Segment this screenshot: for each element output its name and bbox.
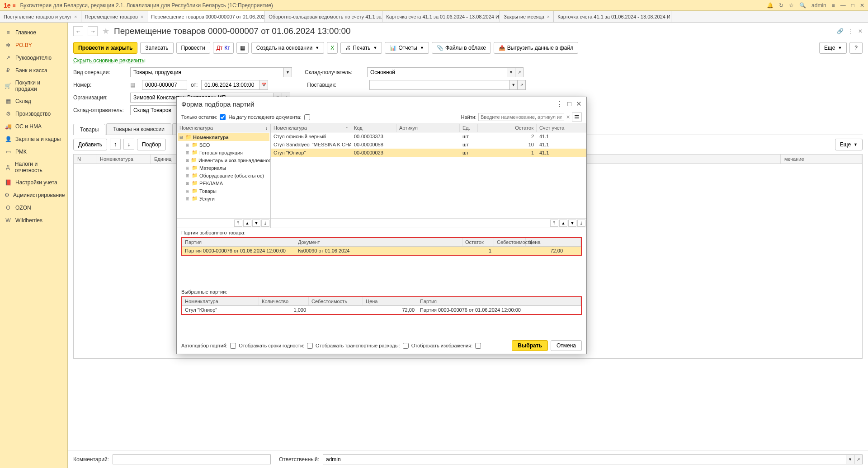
hide-details-link[interactable]: Скрыть основные реквизиты — [68, 56, 868, 66]
move-up-icon[interactable]: ↑ — [110, 139, 121, 150]
selected-row[interactable]: Стул "Юниор" 1,000 72,00 Партия 0000-000… — [182, 306, 581, 314]
tab[interactable]: Перемещение товаров× — [81, 11, 148, 22]
sort-icon[interactable]: ↓ — [265, 125, 268, 131]
close-tab-icon[interactable]: × — [74, 14, 77, 19]
sidebar-item[interactable]: ДНалоги и отчетность — [0, 158, 67, 176]
date-field[interactable] — [201, 80, 260, 90]
sidebar-item[interactable]: ₽Банк и касса — [0, 64, 67, 77]
only-balance-checkbox[interactable] — [220, 114, 226, 120]
expand-icon[interactable]: ⊞ — [186, 166, 190, 170]
pick-button[interactable]: Подбор — [137, 139, 166, 150]
expand-icon[interactable]: ⊞ — [186, 143, 190, 147]
maximize-icon[interactable]: □ — [851, 2, 854, 9]
sidebar-item[interactable]: ↗Руководителю — [0, 51, 67, 64]
sidebar-item[interactable]: 🚚ОС и НМА — [0, 120, 67, 133]
shelf-checkbox[interactable] — [307, 343, 313, 349]
menu-icon[interactable]: ≡ — [13, 2, 16, 9]
sidebar-item[interactable]: 📕Настройки учета — [0, 176, 67, 189]
list-row[interactable]: Стул Sandalyeci "MESSINA K CHAIR"00-0000… — [271, 140, 586, 149]
tab[interactable]: Оборотно-сальдовая ведомость по счету 41… — [265, 11, 382, 22]
modal-maximize-icon[interactable]: □ — [567, 100, 571, 108]
list-col-unit[interactable]: Ед. — [460, 124, 478, 132]
list-top-icon[interactable]: ⤒ — [550, 220, 558, 227]
expand-icon[interactable]: ⊞ — [186, 197, 190, 201]
cancel-button[interactable]: Отмена — [551, 340, 582, 351]
tree-up-icon[interactable]: ▲ — [243, 220, 251, 227]
close-tab-icon[interactable]: × — [141, 14, 143, 19]
expand-icon[interactable]: ⊟ — [179, 135, 184, 140]
sidebar-item[interactable]: ⚙Администрирование — [0, 189, 67, 201]
list-col-code[interactable]: Код — [351, 124, 396, 132]
list-up-icon[interactable]: ▲ — [559, 220, 567, 227]
list-row[interactable]: Стул "Юниор"00-00000023шт141.1 — [271, 149, 586, 157]
expand-icon[interactable]: ⊞ — [186, 150, 190, 155]
batch-row[interactable]: Партия 0000-000076 от 01.06.2024 12:00:0… — [182, 247, 581, 255]
tree-bottom-icon[interactable]: ⤓ — [261, 220, 269, 227]
sidebar-item[interactable]: 🛒Покупки и продажи — [0, 77, 67, 95]
link-icon[interactable]: 🔗 — [837, 28, 844, 34]
tree-head[interactable]: Номенклатура — [179, 125, 213, 131]
tab[interactable]: Закрытие месяца× — [500, 11, 554, 22]
sidebar-item[interactable]: 👤Зарплата и кадры — [0, 133, 67, 145]
discuss-icon[interactable]: ⋮ — [848, 28, 854, 34]
sidebar-item[interactable]: WWildberries — [0, 214, 67, 227]
tree-top-icon[interactable]: ⤒ — [234, 220, 242, 227]
list-row[interactable]: Стул офисный черный00-00003373шт241.1 — [271, 132, 586, 140]
tree-item[interactable]: ⊞📁РЕКЛАМА — [178, 179, 269, 187]
back-button[interactable]: ← — [73, 26, 83, 36]
tree-item[interactable]: ⊞📁Инвентарь и хоз.принадлежности — [178, 156, 269, 164]
star-icon[interactable]: ☆ — [789, 2, 794, 9]
tab[interactable]: Поступление товаров и услуг× — [0, 11, 81, 22]
bell-icon[interactable]: 🔔 — [767, 2, 774, 9]
expand-icon[interactable]: ⊞ — [186, 173, 190, 178]
recv-warehouse-field[interactable] — [367, 67, 507, 77]
modal-close-icon[interactable]: ✕ — [576, 100, 582, 108]
list-down-icon[interactable]: ▼ — [568, 220, 576, 227]
images-checkbox[interactable] — [475, 343, 481, 349]
more-rows-button[interactable]: Еще▼ — [835, 139, 863, 150]
tree-item[interactable]: ⊞📁Оборудование (объекты ос) — [178, 172, 269, 179]
sel-col-cost[interactable]: Себестоимость — [309, 297, 363, 305]
col-nom[interactable]: Номенклатура — [96, 154, 151, 164]
batch-col-bal[interactable]: Остаток — [462, 238, 494, 246]
comment-field[interactable] — [113, 454, 271, 464]
supplier-field[interactable] — [369, 80, 509, 90]
search-settings-icon[interactable]: ☰ — [572, 112, 582, 122]
minimize-icon[interactable]: — — [840, 2, 846, 9]
open-icon[interactable]: ↗ — [515, 67, 524, 77]
save-button[interactable]: Записать — [140, 42, 173, 54]
clear-search-icon[interactable]: ✕ — [566, 114, 570, 120]
tree-item[interactable]: ⊞📁БСО — [178, 141, 269, 149]
sender-warehouse-field[interactable] — [130, 105, 180, 115]
on-date-checkbox[interactable] — [304, 114, 310, 120]
list-bottom-icon[interactable]: ⤓ — [577, 220, 585, 227]
dropdown-icon[interactable]: ▼ — [846, 454, 854, 464]
sel-col-price[interactable]: Цена — [363, 297, 417, 305]
add-row-button[interactable]: Добавить — [73, 139, 107, 150]
col-unit[interactable]: Единиц — [151, 154, 178, 164]
settings-icon[interactable]: ≡ — [832, 2, 835, 9]
resp-field[interactable] — [323, 454, 846, 464]
batch-col-cost[interactable]: Себестоимость — [494, 238, 526, 246]
sidebar-item[interactable]: ✻PO.BY — [0, 39, 67, 51]
sel-col-qty[interactable]: Количество — [259, 297, 309, 305]
close-app-icon[interactable]: ✕ — [860, 2, 864, 9]
post-button[interactable]: Провести — [176, 42, 210, 54]
calendar-icon[interactable]: 📅 — [260, 80, 268, 90]
batch-col-price[interactable]: Цена — [526, 238, 581, 246]
sidebar-item[interactable]: OOZON — [0, 201, 67, 214]
sidebar-item[interactable]: ≡Главное — [0, 26, 67, 39]
batch-col-batch[interactable]: Партия — [182, 238, 295, 246]
expand-icon[interactable]: ⊞ — [186, 189, 190, 193]
number-field[interactable] — [142, 80, 187, 90]
tree-item[interactable]: ⊞📁Готовая продукция — [178, 149, 269, 156]
sub-tab[interactable]: Товары на комиссии — [106, 123, 171, 135]
select-button[interactable]: Выбрать — [512, 340, 548, 351]
batch-col-doc[interactable]: Документ — [295, 238, 462, 246]
col-note[interactable]: мечание — [781, 154, 862, 164]
sidebar-item[interactable]: ▦Склад — [0, 95, 67, 108]
move-down-icon[interactable]: ↓ — [123, 139, 134, 150]
dropdown-icon[interactable]: ▼ — [509, 80, 518, 90]
excel-icon[interactable]: X — [327, 42, 338, 54]
more-button[interactable]: Еще▼ — [819, 42, 847, 54]
